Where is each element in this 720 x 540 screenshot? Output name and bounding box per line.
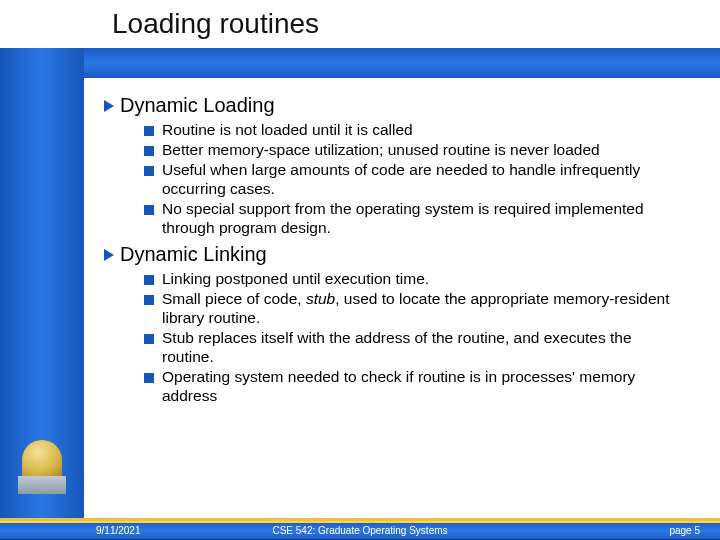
square-bullet-icon bbox=[144, 126, 154, 136]
square-bullet-icon bbox=[144, 205, 154, 215]
logo-base bbox=[18, 476, 66, 494]
list-item: Operating system needed to check if rout… bbox=[144, 368, 682, 406]
section-heading-2-text: Dynamic Linking bbox=[120, 243, 267, 266]
list-item: Useful when large amounts of code are ne… bbox=[144, 161, 682, 199]
bullet-list-1: Routine is not loaded until it is called… bbox=[144, 121, 700, 237]
square-bullet-icon bbox=[144, 166, 154, 176]
arrow-bullet-icon bbox=[104, 249, 114, 261]
square-bullet-icon bbox=[144, 275, 154, 285]
arrow-bullet-icon bbox=[104, 100, 114, 112]
title-area: Loading routines bbox=[84, 0, 720, 48]
list-item: Stub replaces itself with the address of… bbox=[144, 329, 682, 367]
stub-line: Small piece of code, stub, used to locat… bbox=[162, 290, 682, 328]
header-strip bbox=[84, 48, 720, 78]
square-bullet-icon bbox=[144, 146, 154, 156]
section-heading-2: Dynamic Linking bbox=[100, 243, 700, 266]
section-heading-1-text: Dynamic Loading bbox=[120, 94, 275, 117]
section-heading-1: Dynamic Loading bbox=[100, 94, 700, 117]
square-bullet-icon bbox=[144, 373, 154, 383]
list-item: Routine is not loaded until it is called bbox=[144, 121, 682, 140]
corner-white bbox=[0, 0, 84, 48]
list-item: Linking postponed until execution time. bbox=[144, 270, 682, 289]
list-item: Better memory-space utilization; unused … bbox=[144, 141, 682, 160]
slide-content: Dynamic Loading Routine is not loaded un… bbox=[100, 88, 700, 407]
slide-title: Loading routines bbox=[112, 8, 319, 40]
slide-footer: 9/11/2021 CSE 542: Graduate Operating Sy… bbox=[0, 518, 720, 540]
list-item: No special support from the operating sy… bbox=[144, 200, 682, 238]
list-item: Small piece of code, stub, used to locat… bbox=[144, 290, 682, 328]
square-bullet-icon bbox=[144, 295, 154, 305]
university-logo bbox=[14, 434, 70, 500]
square-bullet-icon bbox=[144, 334, 154, 344]
bullet-list-2: Linking postponed until execution time. … bbox=[144, 270, 700, 405]
footer-course: CSE 542: Graduate Operating Systems bbox=[0, 525, 720, 536]
footer-page: page 5 bbox=[669, 525, 700, 536]
dome-icon bbox=[22, 440, 62, 480]
